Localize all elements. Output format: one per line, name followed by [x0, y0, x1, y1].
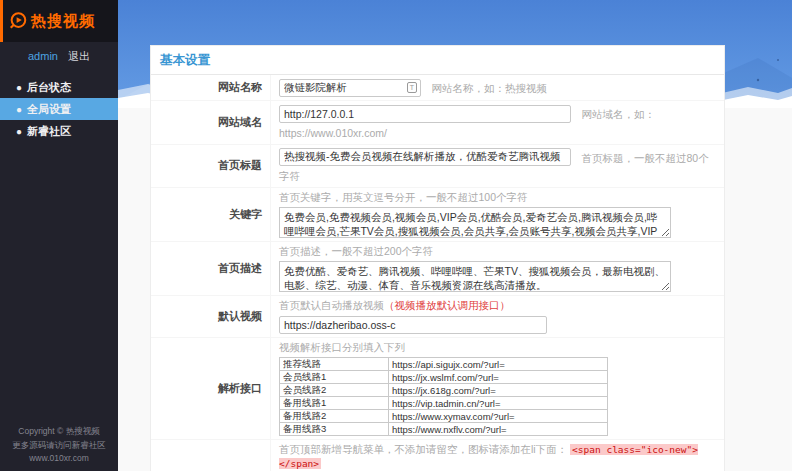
- parse-line-name-input[interactable]: [279, 357, 389, 371]
- field-hint: 首页默认自动播放视频: [279, 299, 384, 311]
- user-row: admin 退出: [0, 42, 118, 68]
- sidebar-item-xinrui-community[interactable]: ●新睿社区: [0, 120, 118, 142]
- parse-line-url-input[interactable]: [388, 370, 608, 384]
- home-title-input[interactable]: [279, 148, 571, 166]
- bullet-icon: ●: [16, 126, 22, 137]
- field-label: 导航设置: [151, 440, 271, 471]
- sidebar-item-global-settings[interactable]: ●全局设置: [0, 98, 118, 120]
- sidebar-item-label: 后台状态: [27, 81, 71, 93]
- panel-title: 基本设置: [151, 46, 724, 75]
- logo-title: 热搜视频: [31, 12, 95, 31]
- form-row-nav-settings: 导航设置 首页顶部新增导航菜单，不添加请留空，图标请添加在li下面： <span…: [151, 440, 724, 471]
- bullet-icon: ●: [16, 104, 22, 115]
- sidebar-footer: Copyright © 热搜视频 更多源码请访问新睿社区www.010xr.co…: [0, 425, 118, 466]
- field-hint: 视频解析接口分别填入下列: [279, 341, 718, 355]
- field-hint: 首页顶部新增导航菜单，不添加请留空，图标请添加在li下面：: [279, 443, 567, 455]
- logout-link[interactable]: 退出: [68, 50, 90, 62]
- copyright-text: Copyright © 热搜视频: [0, 425, 118, 439]
- keywords-textarea[interactable]: 免费会员,免费视频会员,视频会员,VIP会员,优酷会员,爱奇艺会员,腾讯视频会员…: [279, 207, 671, 238]
- parse-line-name-input[interactable]: [279, 383, 389, 397]
- settings-panel: 基本设置 网站名称 T 网站名称，如：热搜视频 网站域名 网站域名，如：http…: [150, 45, 725, 471]
- form-row-default-video: 默认视频 首页默认自动播放视频（视频播放默认调用接口）: [151, 296, 724, 338]
- form-row-parse-api: 解析接口 视频解析接口分别填入下列: [151, 338, 724, 440]
- description-textarea[interactable]: 免费优酷、爱奇艺、腾讯视频、哔哩哔哩、芒果TV、搜狐视频会员，最新电视剧、电影、…: [279, 261, 671, 292]
- parse-line-name-input[interactable]: [279, 396, 389, 410]
- site-name-input[interactable]: [279, 79, 421, 97]
- main-area: 基本设置 网站名称 T 网站名称，如：热搜视频 网站域名 网站域名，如：http…: [118, 0, 792, 471]
- parse-line-name-input[interactable]: [279, 409, 389, 423]
- admin-app: 热搜视频 admin 退出 ●后台状态 ●全局设置 ●新睿社区 Copyrigh…: [0, 0, 792, 471]
- parse-line-url-input[interactable]: [388, 357, 608, 371]
- parse-line: [279, 357, 718, 371]
- admin-user-link[interactable]: admin: [28, 50, 58, 62]
- parse-line-name-input[interactable]: [279, 370, 389, 384]
- field-hint: 首页描述，一般不超过200个字符: [279, 245, 718, 259]
- field-hint-red: （视频播放默认调用接口）: [384, 299, 510, 311]
- field-label: 解析接口: [151, 338, 271, 439]
- field-label: 网站名称: [151, 75, 271, 100]
- play-search-icon: [8, 11, 28, 31]
- form-row-description: 首页描述 首页描述，一般不超过200个字符 免费优酷、爱奇艺、腾讯视频、哔哩哔哩…: [151, 242, 724, 296]
- parse-line-url-input[interactable]: [388, 422, 608, 436]
- sidebar-item-backend-status[interactable]: ●后台状态: [0, 76, 118, 98]
- form-row-site-name: 网站名称 T 网站名称，如：热搜视频: [151, 75, 724, 101]
- sidebar-item-label: 全局设置: [27, 103, 71, 115]
- default-video-input[interactable]: [279, 316, 547, 334]
- sidebar-item-label: 新睿社区: [27, 125, 71, 137]
- parse-line-url-input[interactable]: [388, 396, 608, 410]
- field-label: 首页描述: [151, 242, 271, 295]
- parse-line-url-input[interactable]: [388, 409, 608, 423]
- field-label: 网站域名: [151, 101, 271, 144]
- sidebar-menu: ●后台状态 ●全局设置 ●新睿社区: [0, 76, 118, 142]
- form-row-home-title: 首页标题 首页标题，一般不超过80个字符: [151, 145, 724, 189]
- parse-line: [279, 423, 718, 436]
- bullet-icon: ●: [16, 82, 22, 93]
- parse-line-url-input[interactable]: [388, 383, 608, 397]
- app-logo: 热搜视频: [0, 0, 118, 42]
- site-domain-input[interactable]: [279, 105, 571, 123]
- field-label: 默认视频: [151, 296, 271, 337]
- field-hint: 网站名称，如：热搜视频: [431, 82, 547, 94]
- input-edit-icon[interactable]: T: [407, 82, 417, 93]
- field-label: 关键字: [151, 188, 271, 241]
- parse-line-name-input[interactable]: [279, 422, 389, 436]
- form-row-site-domain: 网站域名 网站域名，如：https://www.010xr.com/: [151, 101, 724, 145]
- sidebar: 热搜视频 admin 退出 ●后台状态 ●全局设置 ●新睿社区 Copyrigh…: [0, 0, 118, 471]
- field-label: 首页标题: [151, 145, 271, 188]
- field-hint: 首页关键字，用英文逗号分开，一般不超过100个字符: [279, 191, 718, 205]
- form-row-keywords: 关键字 首页关键字，用英文逗号分开，一般不超过100个字符 免费会员,免费视频会…: [151, 188, 724, 242]
- source-credit-text: 更多源码请访问新睿社区www.010xr.com: [0, 439, 118, 466]
